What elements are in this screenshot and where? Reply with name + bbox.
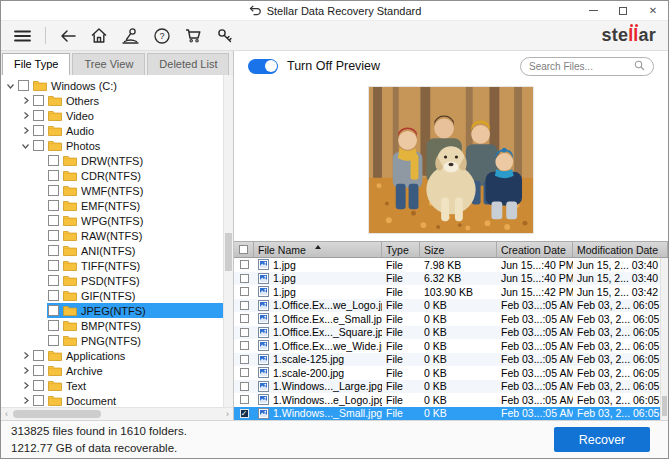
row-checkbox[interactable]	[240, 328, 249, 337]
tree-checkbox[interactable]	[48, 185, 59, 196]
row-checkbox[interactable]	[240, 274, 249, 283]
tree-checkbox[interactable]	[48, 230, 59, 241]
table-row[interactable]: 1.jpgFile6.32 KBJun 15...:40 PMJun 15, 2…	[234, 272, 668, 286]
tree-checkbox[interactable]	[33, 350, 44, 361]
tree-item[interactable]: Audio	[1, 123, 223, 138]
tree-item[interactable]: WMF(NTFS)	[1, 183, 223, 198]
tab-deleted-list[interactable]: Deleted List	[147, 53, 229, 75]
tree-item[interactable]: RAW(NTFS)	[1, 228, 223, 243]
tree-checkbox[interactable]	[18, 80, 29, 91]
tree-checkbox[interactable]	[48, 260, 59, 271]
table-row[interactable]: 1.jpgFile7.98 KBJun 15...:40 PMJun 15, 2…	[234, 258, 668, 272]
tree-checkbox[interactable]	[33, 125, 44, 136]
back-icon[interactable]	[59, 28, 77, 44]
column-header[interactable]: Creation Date	[497, 242, 573, 257]
tree-item[interactable]: Document	[1, 393, 223, 407]
tree-expander-icon[interactable]	[19, 396, 32, 405]
tree-checkbox[interactable]	[33, 395, 44, 406]
tree-item[interactable]: JPEG(NTFS)	[1, 303, 223, 318]
table-vertical-scrollbar[interactable]	[660, 258, 668, 420]
tree-item[interactable]: Others	[1, 93, 223, 108]
scroll-right-arrow-icon[interactable]: ›	[222, 408, 233, 420]
row-checkbox[interactable]	[240, 314, 249, 323]
tree-checkbox[interactable]	[33, 110, 44, 121]
tree-horizontal-scrollbar[interactable]: ‹ ›	[1, 407, 233, 420]
tree-expander-icon[interactable]	[19, 366, 32, 375]
tree-checkbox[interactable]	[33, 95, 44, 106]
tree-item[interactable]: Video	[1, 108, 223, 123]
select-all-checkbox[interactable]	[234, 242, 254, 257]
tree-item[interactable]: ANI(NTFS)	[1, 243, 223, 258]
table-row[interactable]: ✓1.Windows..._Small.jpgFile0 KBFeb 03...…	[234, 407, 668, 421]
tree-checkbox[interactable]	[48, 335, 59, 346]
tree-item[interactable]: Photos	[1, 138, 223, 153]
tree-expander-icon[interactable]	[19, 381, 32, 390]
cart-icon[interactable]	[184, 27, 203, 44]
tree-checkbox[interactable]	[48, 215, 59, 226]
tree-checkbox[interactable]	[33, 140, 44, 151]
tree-expander-icon[interactable]	[19, 96, 32, 105]
tree-checkbox[interactable]	[48, 320, 59, 331]
tree-expander-icon[interactable]	[19, 111, 32, 120]
tree-item[interactable]: PNG(NTFS)	[1, 333, 223, 348]
row-checkbox[interactable]	[240, 395, 249, 404]
tree-item[interactable]: CDR(NTFS)	[1, 168, 223, 183]
tree-expander-icon[interactable]	[19, 351, 32, 360]
column-header[interactable]: File Name	[254, 242, 382, 257]
tree-item[interactable]: PSD(NTFS)	[1, 273, 223, 288]
tab-tree-view[interactable]: Tree View	[72, 53, 145, 75]
tree-expander-icon[interactable]	[19, 142, 32, 150]
table-row[interactable]: 1.jpgFile103.90 KBJun 15...:42 PMJun 15,…	[234, 285, 668, 299]
tree-item[interactable]: Applications	[1, 348, 223, 363]
row-checkbox[interactable]: ✓	[240, 409, 249, 418]
table-row[interactable]: 1.Office.Ex...we_Wide.jpgFile0 KBFeb 03.…	[234, 339, 668, 353]
home-icon[interactable]	[90, 27, 108, 44]
help-icon[interactable]: ?	[153, 27, 171, 45]
row-checkbox[interactable]	[240, 382, 249, 391]
preview-toggle[interactable]	[248, 59, 278, 74]
scroll-left-arrow-icon[interactable]: ‹	[1, 408, 12, 420]
table-row[interactable]: 1.scale-200.jpgFile0 KBFeb 03...:05 AMFe…	[234, 366, 668, 380]
column-header[interactable]: Size	[420, 242, 497, 257]
table-row[interactable]: 1.scale-125.jpgFile0 KBFeb 03...:05 AMFe…	[234, 353, 668, 367]
row-checkbox[interactable]	[240, 287, 249, 296]
recover-button[interactable]: Recover	[554, 427, 650, 452]
tree-item[interactable]: BMP(NTFS)	[1, 318, 223, 333]
column-header[interactable]: Modification Date	[573, 242, 668, 257]
row-checkbox[interactable]	[240, 355, 249, 364]
tree-item[interactable]: DRW(NTFS)	[1, 153, 223, 168]
table-row[interactable]: 1.Office.Ex..._Square.jpgFile0 KBFeb 03.…	[234, 326, 668, 340]
tree-item[interactable]: Text	[1, 378, 223, 393]
tree-checkbox[interactable]	[48, 200, 59, 211]
table-row[interactable]: 1.Office.Ex...we_Logo.jpgFile0 KBFeb 03.…	[234, 299, 668, 313]
tab-file-type[interactable]: File Type	[2, 53, 70, 75]
scan-icon[interactable]	[121, 27, 140, 44]
tree-checkbox[interactable]	[48, 275, 59, 286]
tree-item[interactable]: WPG(NTFS)	[1, 213, 223, 228]
tree-item[interactable]: EMF(NTFS)	[1, 198, 223, 213]
tree-vertical-scrollbar[interactable]	[223, 75, 233, 407]
tree-checkbox[interactable]	[48, 245, 59, 256]
tree-checkbox[interactable]	[33, 365, 44, 376]
tree-checkbox[interactable]	[48, 305, 59, 316]
tree-checkbox[interactable]	[33, 380, 44, 391]
tree-expander-icon[interactable]	[4, 82, 17, 90]
row-checkbox[interactable]	[240, 301, 249, 310]
row-checkbox[interactable]	[240, 341, 249, 350]
table-row[interactable]: 1.Office.Ex...e_Small.jpgFile0 KBFeb 03.…	[234, 312, 668, 326]
tree-item[interactable]: TIFF(NTFS)	[1, 258, 223, 273]
tree-item[interactable]: GIF(NTFS)	[1, 288, 223, 303]
license-key-icon[interactable]	[216, 27, 234, 44]
search-input[interactable]: Search Files...	[520, 57, 654, 76]
tree-expander-icon[interactable]	[19, 126, 32, 135]
tree-item[interactable]: Windows (C:)	[1, 78, 223, 93]
table-row[interactable]: 1.Windows..._Large.jpgFile0 KBFeb 03...:…	[234, 380, 668, 394]
row-checkbox[interactable]	[240, 260, 249, 269]
table-row[interactable]: 1.Windows...e_Logo.jpgFile0 KBFeb 03...:…	[234, 393, 668, 407]
column-header[interactable]: Type	[382, 242, 420, 257]
menu-icon[interactable]	[13, 28, 32, 44]
tree-checkbox[interactable]	[48, 170, 59, 181]
row-checkbox[interactable]	[240, 368, 249, 377]
tree-checkbox[interactable]	[48, 155, 59, 166]
tree-item[interactable]: Archive	[1, 363, 223, 378]
